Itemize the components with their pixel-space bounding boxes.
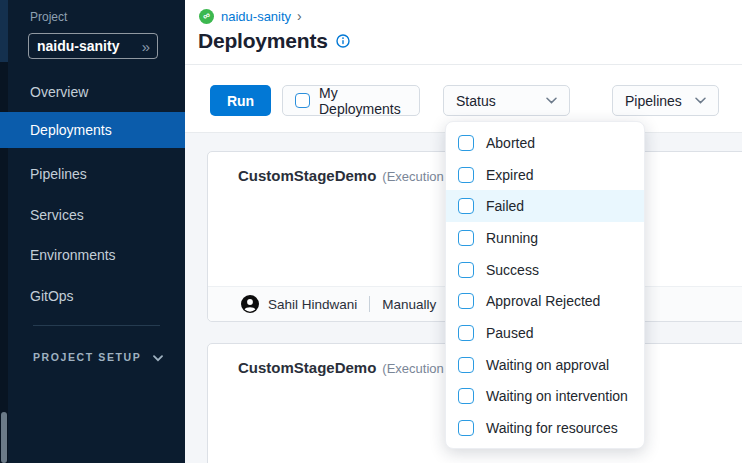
my-deployments-toggle[interactable]: My Deployments bbox=[282, 85, 420, 116]
rail-scrollbar-thumb[interactable] bbox=[1, 412, 7, 463]
status-option-label: Approval Rejected bbox=[486, 293, 600, 309]
sidebar-item-label: Environments bbox=[30, 247, 116, 263]
sidebar-item-services[interactable]: Services bbox=[0, 197, 185, 233]
breadcrumb-chevron-icon: › bbox=[297, 8, 302, 24]
status-filter-label: Status bbox=[456, 93, 496, 109]
sidebar-item-label: Overview bbox=[30, 84, 88, 100]
page-header: ∞ naidu-sanity › Deployments bbox=[185, 0, 742, 65]
pipeline-name[interactable]: CustomStageDemo bbox=[238, 359, 376, 376]
sidebar-item-environments[interactable]: Environments bbox=[0, 237, 185, 273]
project-selector[interactable]: naidu-sanity » bbox=[28, 33, 158, 59]
status-filter-dropdown[interactable]: Status bbox=[443, 85, 570, 116]
sidebar-item-overview[interactable]: Overview bbox=[0, 74, 185, 110]
status-option-label: Paused bbox=[486, 325, 533, 341]
status-option-checkbox[interactable] bbox=[458, 167, 474, 183]
status-option-label: Failed bbox=[486, 198, 524, 214]
status-option-checkbox[interactable] bbox=[458, 388, 474, 404]
status-option-label: Expired bbox=[486, 167, 533, 183]
pipeline-name[interactable]: CustomStageDemo bbox=[238, 167, 376, 184]
my-deployments-label: My Deployments bbox=[319, 85, 407, 117]
info-icon[interactable] bbox=[336, 34, 350, 48]
pipelines-filter-label: Pipelines bbox=[625, 93, 682, 109]
status-option-waiting-on-approval[interactable]: Waiting on approval bbox=[446, 349, 644, 381]
status-filter-menu: Aborted Expired Failed Running Success A… bbox=[445, 121, 645, 449]
status-option-checkbox[interactable] bbox=[458, 230, 474, 246]
status-option-label: Aborted bbox=[486, 135, 535, 151]
status-option-failed[interactable]: Failed bbox=[446, 190, 644, 222]
project-sidebar: Project naidu-sanity » Overview Deployme… bbox=[8, 0, 185, 463]
double-chevron-right-icon[interactable]: » bbox=[142, 39, 149, 54]
status-option-expired[interactable]: Expired bbox=[446, 159, 644, 191]
status-option-checkbox[interactable] bbox=[458, 198, 474, 214]
status-option-checkbox[interactable] bbox=[458, 325, 474, 341]
sidebar-item-pipelines[interactable]: Pipelines bbox=[0, 156, 185, 192]
deployments-page: Project naidu-sanity » Overview Deployme… bbox=[0, 0, 742, 463]
sidebar-item-label: Pipelines bbox=[30, 166, 87, 182]
project-setup-label: PROJECT SETUP bbox=[33, 351, 141, 363]
execution-author: Sahil Hindwani bbox=[268, 297, 357, 312]
breadcrumb-project-link[interactable]: naidu-sanity bbox=[221, 9, 291, 24]
sidebar-divider bbox=[33, 325, 160, 326]
status-option-aborted[interactable]: Aborted bbox=[446, 127, 644, 159]
status-option-label: Waiting for resources bbox=[486, 420, 618, 436]
run-button[interactable]: Run bbox=[210, 85, 271, 116]
chevron-down-icon bbox=[153, 348, 163, 366]
status-option-paused[interactable]: Paused bbox=[446, 317, 644, 349]
status-option-checkbox[interactable] bbox=[458, 293, 474, 309]
pipelines-filter-dropdown[interactable]: Pipelines bbox=[612, 85, 719, 116]
project-selector-value: naidu-sanity bbox=[37, 38, 119, 54]
sidebar-item-deployments[interactable]: Deployments bbox=[0, 112, 185, 148]
user-avatar-icon bbox=[241, 295, 259, 313]
status-option-running[interactable]: Running bbox=[446, 222, 644, 254]
status-option-checkbox[interactable] bbox=[458, 262, 474, 278]
project-label: Project bbox=[30, 10, 67, 24]
sidebar-item-label: GitOps bbox=[30, 288, 74, 304]
cd-module-icon: ∞ bbox=[199, 9, 214, 24]
status-option-waiting-on-intervention[interactable]: Waiting on intervention bbox=[446, 381, 644, 413]
sidebar-item-gitops[interactable]: GitOps bbox=[0, 278, 185, 314]
status-option-approval-rejected[interactable]: Approval Rejected bbox=[446, 285, 644, 317]
status-option-checkbox[interactable] bbox=[458, 135, 474, 151]
status-option-label: Waiting on intervention bbox=[486, 388, 628, 404]
chevron-down-icon bbox=[695, 97, 706, 104]
status-option-waiting-for-resources[interactable]: Waiting for resources bbox=[446, 412, 644, 444]
execution-trigger: Manually bbox=[382, 297, 436, 312]
page-title: Deployments bbox=[198, 29, 328, 53]
status-option-label: Success bbox=[486, 262, 539, 278]
sidebar-item-label: Services bbox=[30, 207, 84, 223]
project-setup-section[interactable]: PROJECT SETUP bbox=[33, 349, 163, 365]
chevron-down-icon bbox=[546, 97, 557, 104]
status-option-label: Running bbox=[486, 230, 538, 246]
status-option-label: Waiting on approval bbox=[486, 357, 609, 373]
footer-divider bbox=[369, 296, 370, 312]
status-option-checkbox[interactable] bbox=[458, 357, 474, 373]
status-option-success[interactable]: Success bbox=[446, 254, 644, 286]
breadcrumb: ∞ naidu-sanity › bbox=[199, 8, 302, 24]
my-deployments-checkbox[interactable] bbox=[295, 93, 310, 108]
status-option-checkbox[interactable] bbox=[458, 420, 474, 436]
sidebar-item-label: Deployments bbox=[30, 122, 112, 138]
module-rail-active-segment bbox=[0, 0, 8, 62]
